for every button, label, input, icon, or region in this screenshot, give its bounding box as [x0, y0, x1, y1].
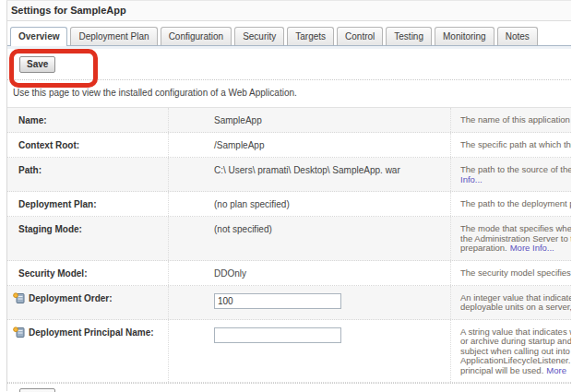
field-value: SampleApp — [169, 108, 451, 132]
field-description: The security model specifies h — [451, 261, 571, 285]
settings-page: Settings for SampleApp Overview Deployme… — [6, 0, 571, 391]
page-title: Settings for SampleApp — [7, 1, 571, 21]
deployment-order-input[interactable] — [214, 293, 341, 309]
field-label-wrap: Deployment Order: — [7, 286, 169, 319]
field-label: Path: — [7, 158, 169, 191]
table-row-deployment-order: Deployment Order: An integer value that … — [7, 286, 571, 320]
table-row-security-model: Security Model: DDOnly The security mode… — [7, 261, 571, 286]
more-info-link[interactable]: More — [546, 365, 566, 375]
field-description: The name of this application — [451, 108, 571, 132]
restart-required-icon — [13, 327, 25, 340]
settings-table: Name: SampleApp The name of this applica… — [7, 107, 571, 383]
field-description: The path to the deployment p — [451, 192, 571, 216]
field-label: Context Root: — [7, 133, 169, 157]
field-description: An integer value that indicate deployabl… — [451, 286, 571, 319]
tab-deployment-plan[interactable]: Deployment Plan — [70, 27, 157, 45]
more-info-link[interactable]: More Info... — [510, 243, 554, 253]
table-row-staging-mode: Staging Mode: (not specified) The mode t… — [7, 217, 571, 261]
toolbar: Save — [7, 49, 571, 79]
field-description: The path to the source of the Info... — [451, 158, 571, 191]
page-description: Use this page to view the installed conf… — [13, 88, 571, 98]
tab-targets[interactable]: Targets — [287, 27, 334, 45]
field-value: DDOnly — [169, 261, 451, 285]
field-description: A string value that indicates w or archi… — [451, 320, 571, 383]
more-info-link[interactable]: Info... — [460, 174, 483, 184]
field-value: C:\ Users\ pramati\ Desktop\ SampleApp. … — [169, 158, 451, 191]
save-button[interactable]: Save — [19, 56, 55, 73]
field-label: Deployment Plan: — [7, 192, 169, 216]
field-label: Security Model: — [7, 261, 169, 285]
tab-overview[interactable]: Overview — [10, 27, 67, 46]
field-value: (not specified) — [169, 217, 451, 260]
tab-monitoring[interactable]: Monitoring — [435, 27, 495, 45]
table-row-context-root: Context Root: /SampleApp The specific pa… — [7, 133, 571, 158]
divider — [7, 383, 571, 384]
field-value: (no plan specified) — [169, 192, 451, 216]
field-value — [169, 320, 451, 383]
field-label: Staging Mode: — [7, 217, 169, 260]
tab-control[interactable]: Control — [337, 27, 383, 45]
field-description: The specific path at which thi — [451, 133, 571, 157]
field-label-wrap: Deployment Principal Name: — [7, 320, 169, 383]
divider — [7, 79, 571, 80]
field-description: The mode that specifies whet the Adminis… — [451, 217, 571, 260]
deployment-principal-name-input[interactable] — [214, 327, 341, 343]
tab-testing[interactable]: Testing — [386, 27, 432, 45]
table-row-deployment-plan: Deployment Plan: (no plan specified) The… — [7, 192, 571, 217]
field-label: Deployment Order: — [29, 293, 113, 303]
tab-configuration[interactable]: Configuration — [161, 27, 232, 45]
restart-required-icon — [13, 292, 25, 306]
field-value — [169, 286, 451, 319]
field-value: /SampleApp — [169, 133, 451, 157]
field-label: Name: — [7, 108, 169, 132]
table-row-deployment-principal-name: Deployment Principal Name: A string valu… — [7, 320, 571, 384]
save-button-bottom[interactable]: Save — [19, 388, 55, 392]
tab-security[interactable]: Security — [234, 27, 284, 45]
tab-notes[interactable]: Notes — [497, 27, 538, 45]
field-label: Deployment Principal Name: — [29, 327, 154, 338]
table-row-path: Path: C:\ Users\ pramati\ Desktop\ Sampl… — [7, 158, 571, 192]
tab-bar: Overview Deployment Plan Configuration S… — [7, 21, 571, 46]
table-row-name: Name: SampleApp The name of this applica… — [7, 108, 571, 133]
footer-bar: Save — [7, 383, 571, 392]
